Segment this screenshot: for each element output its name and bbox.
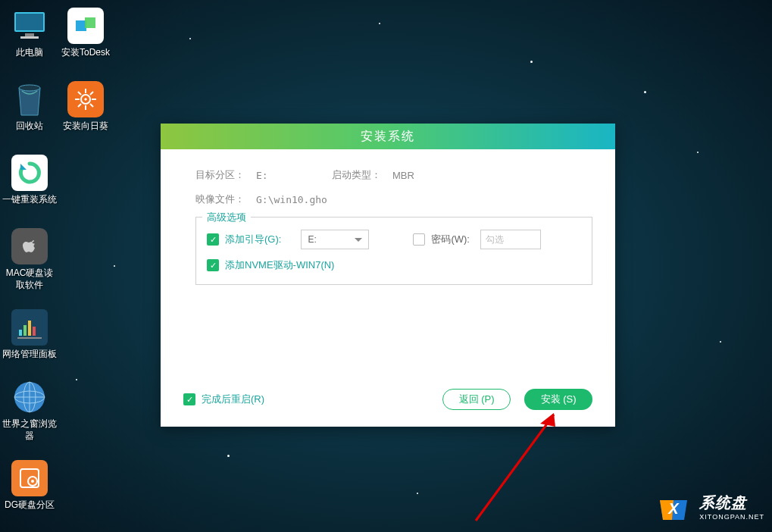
svg-rect-6: [23, 325, 27, 336]
advanced-options-fieldset: 高级选项 ✓ 添加引导(G): E: 密码(W): 勾选 ✓ 添加NVME驱动-…: [195, 217, 592, 285]
boot-drive-value: E:: [308, 234, 316, 245]
add-boot-label: 添加引导(G):: [225, 233, 281, 246]
nvme-checkbox[interactable]: ✓: [207, 259, 219, 271]
desktop-icon-network[interactable]: 网络管理面板: [2, 309, 57, 361]
svg-rect-2: [25, 33, 34, 36]
boot-type-value: MBR: [392, 170, 414, 181]
desktop-icon-sunflower[interactable]: 安装向日葵: [58, 81, 113, 133]
desktop-icon-todesk[interactable]: 安装ToDesk: [58, 8, 113, 59]
desktop-icon-label: 一键重装系统: [2, 194, 57, 206]
desktop-icon-label: DG硬盘分区: [2, 499, 57, 512]
restart-label: 完成后重启(R): [202, 393, 264, 406]
sunflower-icon: [67, 81, 104, 117]
svg-line-24: [90, 104, 93, 107]
add-boot-checkbox[interactable]: ✓: [207, 233, 219, 246]
svg-line-28: [476, 415, 554, 521]
target-partition-value: E:: [256, 170, 332, 181]
back-button[interactable]: 返回 (P): [442, 389, 511, 410]
desktop-icon-recycle-bin[interactable]: 回收站: [2, 81, 57, 133]
svg-rect-9: [17, 337, 42, 339]
watermark-title: 系统盘: [699, 493, 764, 513]
watermark-url: XITONGPAN.NET: [699, 513, 764, 521]
desktop-icon-mac-disk[interactable]: MAC硬盘读取软件: [2, 228, 57, 291]
desktop-icon-label: 回收站: [2, 120, 57, 133]
advanced-legend: 高级选项: [202, 211, 251, 224]
install-system-dialog: 安装系统 目标分区： E: 启动类型： MBR 映像文件： G:\win10.g…: [161, 124, 615, 427]
password-label: 密码(W):: [431, 233, 470, 246]
image-file-value: G:\win10.gho: [256, 194, 327, 205]
boot-drive-select[interactable]: E:: [301, 230, 369, 249]
svg-text:X: X: [668, 500, 680, 517]
desktop-icon-label: 此电脑: [2, 47, 57, 59]
desktop-icon-label: 网络管理面板: [2, 349, 57, 361]
target-partition-label: 目标分区：: [195, 168, 256, 182]
network-panel-icon: [11, 309, 48, 346]
svg-point-17: [31, 480, 34, 483]
install-button[interactable]: 安装 (S): [524, 389, 592, 410]
boot-type-label: 启动类型：: [332, 168, 392, 182]
svg-rect-1: [16, 14, 43, 30]
globe-icon: [11, 379, 48, 415]
desktop-icon-this-pc[interactable]: 此电脑: [2, 8, 57, 59]
svg-rect-7: [28, 321, 31, 336]
svg-line-25: [90, 92, 93, 95]
svg-rect-3: [20, 36, 39, 39]
desktop-icon-dg-partition[interactable]: DG硬盘分区: [2, 460, 57, 512]
reinstall-icon: [11, 155, 48, 191]
dialog-body: 目标分区： E: 启动类型： MBR 映像文件： G:\win10.gho 高级…: [161, 149, 615, 296]
svg-line-23: [78, 92, 81, 95]
desktop-icon-label: 安装ToDesk: [58, 47, 113, 59]
nvme-label: 添加NVME驱动-WIN7(N): [225, 258, 334, 272]
desktop-icon-label: MAC硬盘读取软件: [2, 268, 57, 291]
desktop-icon-label: 世界之窗浏览器: [2, 418, 57, 442]
watermark-icon: X: [654, 487, 693, 526]
dialog-footer: ✓ 完成后重启(R) 返回 (P) 安装 (S): [183, 389, 592, 410]
svg-line-26: [78, 104, 81, 107]
desktop-icon-browser[interactable]: 世界之窗浏览器: [2, 379, 57, 442]
password-checkbox[interactable]: [413, 233, 425, 246]
todesk-icon: [67, 8, 104, 44]
password-input[interactable]: 勾选: [480, 230, 541, 249]
svg-rect-8: [33, 327, 36, 336]
monitor-icon: [11, 8, 48, 44]
mac-disk-icon: [11, 228, 48, 264]
svg-marker-27: [84, 98, 87, 101]
image-file-label: 映像文件：: [195, 192, 256, 206]
desktop-icon-reinstall[interactable]: 一键重装系统: [2, 155, 57, 206]
password-placeholder: 勾选: [486, 233, 504, 246]
partition-icon: [11, 460, 48, 496]
restart-checkbox[interactable]: ✓: [183, 393, 195, 405]
dialog-title: 安装系统: [161, 124, 615, 149]
svg-rect-5: [19, 330, 22, 336]
trash-icon: [11, 81, 48, 117]
svg-point-4: [19, 85, 40, 91]
desktop-icon-label: 安装向日葵: [58, 120, 113, 133]
watermark: X 系统盘 XITONGPAN.NET: [654, 487, 764, 526]
